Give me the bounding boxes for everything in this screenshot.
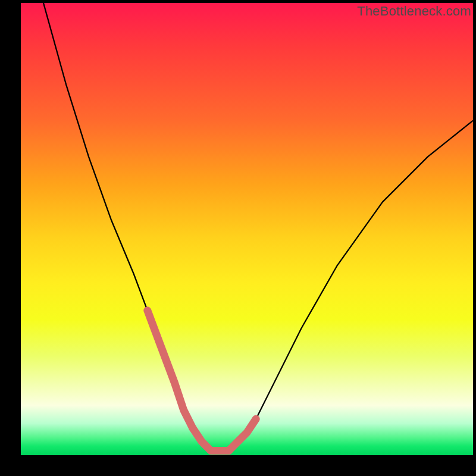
chart-svg <box>21 3 473 455</box>
curve-series <box>43 3 473 450</box>
highlight-bottom-series <box>193 428 229 450</box>
chart-frame: TheBottleneck.com <box>0 0 476 476</box>
highlight-right-series <box>229 419 256 450</box>
highlight-left-series <box>148 311 193 428</box>
watermark-text: TheBottleneck.com <box>357 4 471 19</box>
chart-plot-area <box>21 3 473 455</box>
